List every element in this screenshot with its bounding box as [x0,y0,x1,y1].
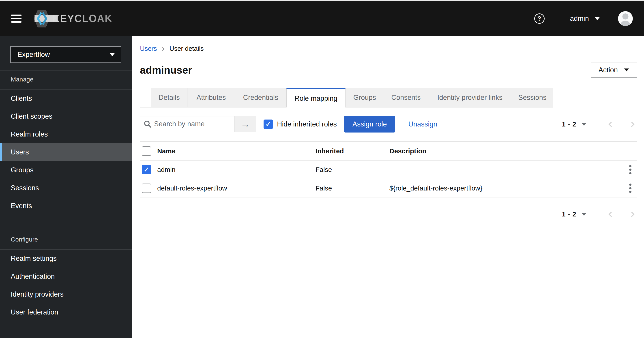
search-group: → [140,116,256,132]
realm-name: Expertflow [18,50,50,59]
pagination-prev-button[interactable] [606,120,615,129]
chevron-right-icon [629,212,634,217]
role-inherited: False [316,166,390,174]
help-button[interactable]: ? [534,14,544,24]
assign-role-button[interactable]: Assign role [344,116,395,132]
kebab-menu-icon[interactable] [627,163,637,176]
table-row: ✓ admin False – [140,160,637,179]
realm-selector-block: Expertflow [0,36,132,70]
pagination-top: 1 - 2 [562,120,637,129]
help-icon: ? [538,15,541,22]
arrow-right-icon: → [240,119,250,130]
sidebar: Expertflow Manage Clients Client scopes … [0,36,132,338]
role-name: default-roles-expertflow [157,184,316,192]
nav-list-manage: Clients Client scopes Realm roles Users … [0,90,132,215]
hide-inherited-label[interactable]: Hide inherited roles [277,120,337,128]
hamburger-menu-button[interactable] [11,13,22,24]
sidebar-item-user-federation[interactable]: User federation [0,303,132,321]
user-menu-dropdown[interactable]: admin [570,14,600,22]
breadcrumb-chevron-icon: › [162,44,164,52]
main-content: Users › User details adminuser Action De… [132,36,644,338]
pagination-bottom: 1 - 2 [562,210,637,219]
column-header-name: Name [157,147,316,155]
breadcrumb-users-link[interactable]: Users [140,45,157,52]
chevron-left-icon [608,212,614,217]
tab-details[interactable]: Details [151,88,188,107]
app-header: KEYCLOAK ? admin [0,1,644,36]
column-header-description: Description [390,147,620,155]
table-header-row: Name Inherited Description [140,142,637,160]
keycloak-logo-text: KEYCLOAK [52,12,113,25]
tab-groups[interactable]: Groups [346,88,384,107]
role-description: – [390,166,620,174]
tab-role-mapping[interactable]: Role mapping [286,88,346,108]
pagination-range-dropdown[interactable]: 1 - 2 [562,210,587,218]
pagination-range-dropdown[interactable]: 1 - 2 [562,120,587,128]
breadcrumb-current: User details [170,45,204,52]
caret-down-icon [581,213,587,216]
nav-list-configure: Realm settings Authentication Identity p… [0,250,132,321]
unassign-link[interactable]: Unassign [408,120,437,128]
sidebar-item-realm-roles[interactable]: Realm roles [0,125,132,143]
sidebar-item-events[interactable]: Events [0,197,132,215]
chevron-left-icon [608,122,614,127]
caret-down-icon [595,17,600,20]
caret-down-icon [624,68,629,72]
tab-bar: Details Attributes Credentials Role mapp… [140,88,553,108]
tab-attributes[interactable]: Attributes [188,88,235,107]
keycloak-logo[interactable]: KEYCLOAK [34,9,113,28]
search-icon [144,120,152,128]
action-dropdown-button[interactable]: Action [591,62,637,78]
page-title: adminuser [140,64,192,76]
pagination-bottom-row: 1 - 2 [140,206,637,223]
search-input[interactable] [140,116,234,132]
nav-section-title-configure: Configure [0,230,132,250]
hide-inherited-group: ✓ Hide inherited roles [264,120,337,129]
sidebar-item-identity-providers[interactable]: Identity providers [0,286,132,303]
tab-credentials[interactable]: Credentials [235,88,286,107]
pagination-next-button[interactable] [628,210,637,219]
row-checkbox[interactable]: ✓ [142,165,151,174]
check-icon: ✓ [265,121,271,128]
sidebar-item-users[interactable]: Users [0,143,132,161]
chevron-right-icon [629,122,634,127]
sidebar-item-clients[interactable]: Clients [0,90,132,108]
role-mapping-table: Name Inherited Description ✓ admin False… [140,142,637,198]
tab-consents[interactable]: Consents [384,88,428,107]
sidebar-item-authentication[interactable]: Authentication [0,268,132,286]
pagination-prev-button[interactable] [606,210,615,219]
select-all-checkbox[interactable] [142,146,151,156]
title-row: adminuser Action [140,63,637,78]
sidebar-item-client-scopes[interactable]: Client scopes [0,108,132,125]
window-top-edge [0,0,644,1]
avatar[interactable] [618,11,633,26]
tab-identity-provider-links[interactable]: Identity provider links [428,88,512,107]
kebab-menu-icon[interactable] [627,181,637,195]
tab-sessions[interactable]: Sessions [512,88,553,107]
nav-section-title-manage: Manage [0,70,132,90]
role-description: ${role_default-roles-expertflow} [390,184,620,192]
role-name: admin [157,166,316,174]
role-mapping-toolbar: → ✓ Hide inherited roles Assign role Una… [140,116,637,132]
chevron-down-icon [110,53,115,56]
column-header-inherited: Inherited [316,147,390,155]
sidebar-item-realm-settings[interactable]: Realm settings [0,250,132,268]
hide-inherited-checkbox[interactable]: ✓ [264,120,273,129]
pagination-next-button[interactable] [628,120,637,129]
row-checkbox[interactable] [142,184,151,193]
table-row: default-roles-expertflow False ${role_de… [140,179,637,198]
sidebar-item-sessions[interactable]: Sessions [0,179,132,197]
realm-selector-dropdown[interactable]: Expertflow [10,46,121,63]
hamburger-icon [11,14,22,16]
avatar-person-icon [622,14,628,20]
role-inherited: False [316,184,390,192]
check-icon: ✓ [144,166,149,173]
caret-down-icon [581,123,587,126]
breadcrumb: Users › User details [140,45,637,52]
search-submit-button[interactable]: → [234,116,256,132]
username-label: admin [570,14,589,22]
sidebar-item-groups[interactable]: Groups [0,161,132,179]
header-right-cluster: ? admin [534,11,633,26]
